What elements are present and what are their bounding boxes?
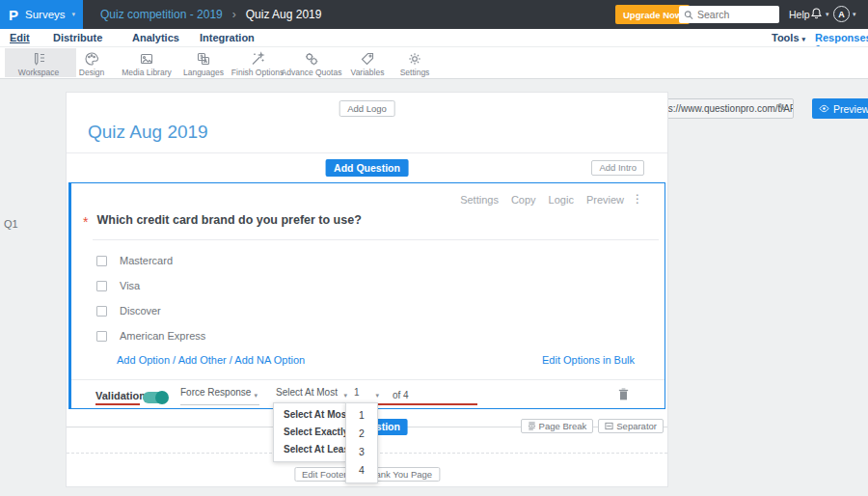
- separator-label: Separator: [616, 420, 657, 432]
- media-library-icon: [138, 50, 155, 68]
- dropdown-item-select-exactly[interactable]: Select Exactly: [274, 424, 345, 441]
- question-divider: [93, 239, 659, 240]
- force-response-value: Force Response: [180, 387, 251, 398]
- advance-quotas-icon: [303, 50, 320, 68]
- add-logo-button[interactable]: Add Logo: [339, 100, 395, 117]
- top-bar: P Surveys ▾ Quiz competition - 2019 › Qu…: [0, 0, 868, 29]
- breadcrumb-separator-icon: ›: [232, 8, 236, 21]
- dropdown-item-select-at-least[interactable]: Select At Least: [274, 441, 345, 458]
- chevron-down-icon: ▾: [343, 392, 347, 400]
- validation-rule-value: Select At Most: [276, 387, 338, 398]
- breadcrumb-current: Quiz Aug 2019: [246, 8, 322, 21]
- dropdown-item-3[interactable]: 3: [346, 443, 377, 461]
- tab-analytics[interactable]: Analytics: [132, 32, 179, 43]
- option-row[interactable]: American Express: [96, 330, 205, 342]
- checkbox-icon[interactable]: [96, 331, 107, 342]
- chevron-down-icon: ▾: [375, 392, 379, 400]
- question-more-menu-icon[interactable]: ⋮: [632, 192, 643, 206]
- dropdown-item-2[interactable]: 2: [346, 425, 377, 443]
- question-preview-link[interactable]: Preview: [586, 194, 624, 206]
- add-intro-button[interactable]: Add Intro: [591, 160, 644, 176]
- tab-integration[interactable]: Integration: [200, 32, 255, 43]
- tab-distribute[interactable]: Distribute: [53, 32, 102, 43]
- toolbar-settings-label: Settings: [381, 68, 448, 77]
- option-row[interactable]: Discover: [96, 305, 161, 317]
- question-settings-link[interactable]: Settings: [460, 194, 499, 206]
- avatar: A: [833, 6, 850, 22]
- of-total-label: of 4: [393, 390, 409, 400]
- search-icon: [684, 10, 693, 20]
- question-text[interactable]: Which credit card brand do you prefer to…: [96, 213, 361, 227]
- preview-button[interactable]: Preview: [812, 98, 868, 119]
- question-menu: Settings Copy Logic Preview: [460, 194, 624, 206]
- question-logic-link[interactable]: Logic: [549, 194, 574, 206]
- title-divider: [67, 152, 667, 153]
- questionpro-logo: P: [9, 7, 18, 23]
- languages-icon: [195, 50, 212, 68]
- break-buttons: Page Break Separator: [521, 419, 664, 433]
- search-box[interactable]: [679, 6, 779, 23]
- survey-title[interactable]: Quiz Aug 2019: [88, 122, 208, 143]
- search-input[interactable]: [697, 9, 774, 20]
- chevron-down-icon: ▾: [826, 11, 829, 18]
- checkbox-icon[interactable]: [96, 256, 107, 266]
- dropdown-item-select-at-most[interactable]: Select At Most: [274, 406, 345, 424]
- tools-menu[interactable]: Tools ▾: [772, 32, 805, 43]
- page-break-icon: [528, 422, 536, 430]
- chevron-down-icon: ▾: [853, 11, 856, 18]
- add-na-option-link[interactable]: Add NA Option: [234, 354, 305, 366]
- option-label[interactable]: Mastercard: [120, 255, 173, 266]
- help-link[interactable]: Help: [789, 9, 810, 20]
- question-copy-link[interactable]: Copy: [511, 194, 536, 206]
- chevron-down-icon: ▾: [802, 36, 806, 42]
- chevron-down-icon: ▾: [72, 11, 76, 18]
- option-label[interactable]: Discover: [120, 305, 161, 317]
- add-option-link[interactable]: Add Option: [117, 354, 170, 366]
- validation-count-value: 1: [354, 387, 360, 398]
- design-icon: [83, 50, 100, 68]
- checkbox-icon[interactable]: [96, 306, 107, 317]
- validation-toggle[interactable]: [143, 392, 168, 403]
- separator-icon: [605, 422, 613, 430]
- option-add-links: Add Option / Add Other / Add NA Option: [117, 354, 305, 366]
- main-nav: Edit Distribute Analytics Integration To…: [0, 29, 868, 46]
- page-break-button[interactable]: Page Break: [521, 419, 594, 433]
- option-label[interactable]: Visa: [120, 280, 140, 291]
- required-marker: *: [83, 215, 88, 229]
- settings-icon: [406, 50, 423, 68]
- force-response-select[interactable]: Force Response▾: [180, 387, 259, 405]
- add-other-link[interactable]: Add Other: [178, 354, 227, 366]
- edit-options-in-bulk-link[interactable]: Edit Options in Bulk: [542, 354, 635, 366]
- surveys-menu-label: Surveys: [25, 9, 66, 20]
- dropdown-item-1[interactable]: 1: [346, 406, 377, 425]
- validation-label: Validation: [95, 390, 146, 401]
- question-card: Settings Copy Logic Preview ⋮ * Which cr…: [68, 182, 665, 409]
- option-row[interactable]: Mastercard: [96, 255, 173, 266]
- option-label[interactable]: American Express: [120, 330, 205, 342]
- add-question-button-top[interactable]: Add Question: [325, 159, 409, 177]
- validation-rule-dropdown: Select At Most Select Exactly Select At …: [273, 402, 346, 462]
- question-number-label: Q1: [4, 218, 18, 230]
- delete-question-trash-icon[interactable]: [617, 387, 630, 401]
- preview-button-label: Preview: [833, 103, 868, 115]
- notifications-menu[interactable]: ▾: [810, 7, 829, 21]
- eye-icon: [819, 104, 829, 113]
- account-menu[interactable]: A ▾: [833, 6, 856, 22]
- editor-toolbar: Workspace Design Media Library Languages…: [0, 46, 868, 79]
- breadcrumb-folder[interactable]: Quiz competition - 2019: [100, 8, 223, 21]
- edit-url-pencil-icon[interactable]: ✎: [777, 101, 786, 114]
- annotation-underline-validation: [95, 403, 140, 405]
- tab-edit[interactable]: Edit: [10, 32, 30, 43]
- question-text-row: * Which credit card brand do you prefer …: [83, 213, 362, 229]
- toolbar-settings[interactable]: Settings: [381, 49, 448, 77]
- checkbox-icon[interactable]: [96, 281, 107, 291]
- dropdown-item-4[interactable]: 4: [346, 461, 377, 480]
- validation-count-dropdown: 1 2 3 4: [345, 402, 378, 483]
- page-break-label: Page Break: [539, 420, 587, 432]
- variables-icon: [359, 50, 376, 68]
- breadcrumb: Quiz competition - 2019 › Quiz Aug 2019: [100, 0, 321, 29]
- surveys-menu[interactable]: P Surveys ▾: [0, 0, 83, 29]
- bell-icon: [810, 7, 823, 21]
- option-row[interactable]: Visa: [96, 280, 140, 291]
- separator-button[interactable]: Separator: [598, 419, 664, 433]
